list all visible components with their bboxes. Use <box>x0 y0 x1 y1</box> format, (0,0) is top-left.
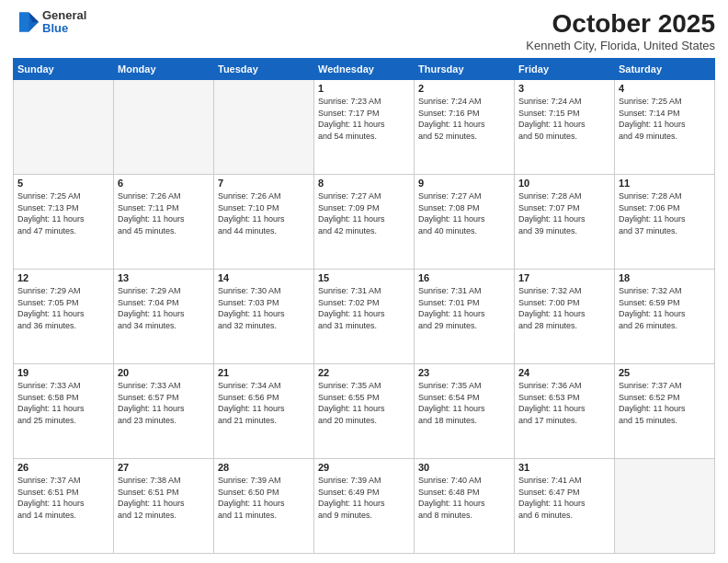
day-info: Sunrise: 7:26 AM Sunset: 7:10 PM Dayligh… <box>218 190 310 236</box>
calendar-cell <box>14 80 114 175</box>
day-info: Sunrise: 7:31 AM Sunset: 7:02 PM Dayligh… <box>318 285 410 331</box>
calendar-cell: 13Sunrise: 7:29 AM Sunset: 7:04 PM Dayli… <box>114 270 214 364</box>
calendar-cell: 9Sunrise: 7:27 AM Sunset: 7:08 PM Daylig… <box>415 175 515 270</box>
day-number: 30 <box>418 462 510 473</box>
calendar-cell: 2Sunrise: 7:24 AM Sunset: 7:16 PM Daylig… <box>415 80 515 175</box>
logo-general-label: General <box>42 9 86 22</box>
day-number: 24 <box>518 367 610 378</box>
day-info: Sunrise: 7:25 AM Sunset: 7:14 PM Dayligh… <box>619 96 711 142</box>
day-info: Sunrise: 7:25 AM Sunset: 7:13 PM Dayligh… <box>17 190 109 236</box>
calendar-cell: 30Sunrise: 7:40 AM Sunset: 6:48 PM Dayli… <box>415 459 515 554</box>
day-number: 25 <box>619 367 711 378</box>
calendar-cell: 6Sunrise: 7:26 AM Sunset: 7:11 PM Daylig… <box>114 175 214 270</box>
day-info: Sunrise: 7:38 AM Sunset: 6:51 PM Dayligh… <box>118 475 210 521</box>
calendar-cell: 25Sunrise: 7:37 AM Sunset: 6:52 PM Dayli… <box>615 364 715 459</box>
calendar-header-thursday: Thursday <box>415 59 515 80</box>
calendar-cell: 18Sunrise: 7:32 AM Sunset: 6:59 PM Dayli… <box>615 270 715 364</box>
day-info: Sunrise: 7:31 AM Sunset: 7:01 PM Dayligh… <box>418 285 510 331</box>
calendar-cell: 4Sunrise: 7:25 AM Sunset: 7:14 PM Daylig… <box>615 80 715 175</box>
day-number: 14 <box>218 272 310 283</box>
calendar-cell: 5Sunrise: 7:25 AM Sunset: 7:13 PM Daylig… <box>14 175 114 270</box>
calendar-header-wednesday: Wednesday <box>314 59 415 80</box>
day-number: 17 <box>518 272 610 283</box>
calendar-header-saturday: Saturday <box>615 59 715 80</box>
day-number: 22 <box>318 367 410 378</box>
logo-text: General Blue <box>42 9 86 36</box>
day-info: Sunrise: 7:27 AM Sunset: 7:08 PM Dayligh… <box>418 190 510 236</box>
calendar-cell: 11Sunrise: 7:28 AM Sunset: 7:06 PM Dayli… <box>615 175 715 270</box>
day-number: 18 <box>619 272 711 283</box>
day-info: Sunrise: 7:26 AM Sunset: 7:11 PM Dayligh… <box>118 190 210 236</box>
calendar-cell: 28Sunrise: 7:39 AM Sunset: 6:50 PM Dayli… <box>214 459 314 554</box>
calendar-cell <box>214 80 314 175</box>
day-number: 5 <box>17 178 109 189</box>
calendar-table: SundayMondayTuesdayWednesdayThursdayFrid… <box>13 58 715 554</box>
day-number: 10 <box>518 178 610 189</box>
day-info: Sunrise: 7:40 AM Sunset: 6:48 PM Dayligh… <box>418 475 510 521</box>
day-number: 19 <box>17 367 109 378</box>
calendar-week-row: 5Sunrise: 7:25 AM Sunset: 7:13 PM Daylig… <box>14 175 715 270</box>
calendar-header-tuesday: Tuesday <box>214 59 314 80</box>
calendar-cell: 24Sunrise: 7:36 AM Sunset: 6:53 PM Dayli… <box>515 364 615 459</box>
day-number: 29 <box>318 462 410 473</box>
logo-blue-label: Blue <box>42 22 86 35</box>
day-info: Sunrise: 7:35 AM Sunset: 6:55 PM Dayligh… <box>318 380 410 426</box>
calendar-header-friday: Friday <box>515 59 615 80</box>
day-number: 20 <box>118 367 210 378</box>
day-number: 16 <box>418 272 510 283</box>
day-number: 15 <box>318 272 410 283</box>
calendar-cell: 31Sunrise: 7:41 AM Sunset: 6:47 PM Dayli… <box>515 459 615 554</box>
calendar-header-monday: Monday <box>114 59 214 80</box>
calendar-cell: 7Sunrise: 7:26 AM Sunset: 7:10 PM Daylig… <box>214 175 314 270</box>
page: General Blue October 2025 Kenneth City, … <box>0 0 728 563</box>
calendar-cell: 10Sunrise: 7:28 AM Sunset: 7:07 PM Dayli… <box>515 175 615 270</box>
day-info: Sunrise: 7:36 AM Sunset: 6:53 PM Dayligh… <box>518 380 610 426</box>
day-info: Sunrise: 7:29 AM Sunset: 7:05 PM Dayligh… <box>17 285 109 331</box>
calendar-cell: 21Sunrise: 7:34 AM Sunset: 6:56 PM Dayli… <box>214 364 314 459</box>
day-info: Sunrise: 7:39 AM Sunset: 6:49 PM Dayligh… <box>318 475 410 521</box>
calendar-cell: 15Sunrise: 7:31 AM Sunset: 7:02 PM Dayli… <box>314 270 415 364</box>
day-info: Sunrise: 7:24 AM Sunset: 7:16 PM Dayligh… <box>418 96 510 142</box>
calendar-cell: 14Sunrise: 7:30 AM Sunset: 7:03 PM Dayli… <box>214 270 314 364</box>
day-number: 7 <box>218 178 310 189</box>
day-number: 4 <box>619 83 711 94</box>
title-block: October 2025 Kenneth City, Florida, Unit… <box>526 9 715 52</box>
day-number: 1 <box>318 83 410 94</box>
calendar-cell: 29Sunrise: 7:39 AM Sunset: 6:49 PM Dayli… <box>314 459 415 554</box>
calendar-cell: 17Sunrise: 7:32 AM Sunset: 7:00 PM Dayli… <box>515 270 615 364</box>
day-number: 21 <box>218 367 310 378</box>
day-info: Sunrise: 7:32 AM Sunset: 7:00 PM Dayligh… <box>518 285 610 331</box>
calendar-header-row: SundayMondayTuesdayWednesdayThursdayFrid… <box>14 59 715 80</box>
day-info: Sunrise: 7:32 AM Sunset: 6:59 PM Dayligh… <box>619 285 711 331</box>
day-info: Sunrise: 7:34 AM Sunset: 6:56 PM Dayligh… <box>218 380 310 426</box>
calendar-cell: 16Sunrise: 7:31 AM Sunset: 7:01 PM Dayli… <box>415 270 515 364</box>
calendar-cell: 3Sunrise: 7:24 AM Sunset: 7:15 PM Daylig… <box>515 80 615 175</box>
day-info: Sunrise: 7:39 AM Sunset: 6:50 PM Dayligh… <box>218 475 310 521</box>
calendar-cell <box>615 459 715 554</box>
day-number: 28 <box>218 462 310 473</box>
calendar-cell: 20Sunrise: 7:33 AM Sunset: 6:57 PM Dayli… <box>114 364 214 459</box>
day-number: 2 <box>418 83 510 94</box>
logo: General Blue <box>13 9 86 36</box>
calendar-week-row: 1Sunrise: 7:23 AM Sunset: 7:17 PM Daylig… <box>14 80 715 175</box>
calendar-week-row: 19Sunrise: 7:33 AM Sunset: 6:58 PM Dayli… <box>14 364 715 459</box>
calendar-cell: 12Sunrise: 7:29 AM Sunset: 7:05 PM Dayli… <box>14 270 114 364</box>
day-info: Sunrise: 7:28 AM Sunset: 7:06 PM Dayligh… <box>619 190 711 236</box>
day-info: Sunrise: 7:29 AM Sunset: 7:04 PM Dayligh… <box>118 285 210 331</box>
calendar-cell: 8Sunrise: 7:27 AM Sunset: 7:09 PM Daylig… <box>314 175 415 270</box>
day-info: Sunrise: 7:27 AM Sunset: 7:09 PM Dayligh… <box>318 190 410 236</box>
day-info: Sunrise: 7:24 AM Sunset: 7:15 PM Dayligh… <box>518 96 610 142</box>
day-number: 8 <box>318 178 410 189</box>
calendar-cell <box>114 80 214 175</box>
location-title: Kenneth City, Florida, United States <box>526 39 715 52</box>
day-number: 3 <box>518 83 610 94</box>
day-info: Sunrise: 7:37 AM Sunset: 6:52 PM Dayligh… <box>619 380 711 426</box>
day-info: Sunrise: 7:23 AM Sunset: 7:17 PM Dayligh… <box>318 96 410 142</box>
calendar-week-row: 12Sunrise: 7:29 AM Sunset: 7:05 PM Dayli… <box>14 270 715 364</box>
day-number: 11 <box>619 178 711 189</box>
day-info: Sunrise: 7:33 AM Sunset: 6:58 PM Dayligh… <box>17 380 109 426</box>
header: General Blue October 2025 Kenneth City, … <box>13 9 715 52</box>
day-info: Sunrise: 7:35 AM Sunset: 6:54 PM Dayligh… <box>418 380 510 426</box>
day-info: Sunrise: 7:30 AM Sunset: 7:03 PM Dayligh… <box>218 285 310 331</box>
calendar-week-row: 26Sunrise: 7:37 AM Sunset: 6:51 PM Dayli… <box>14 459 715 554</box>
